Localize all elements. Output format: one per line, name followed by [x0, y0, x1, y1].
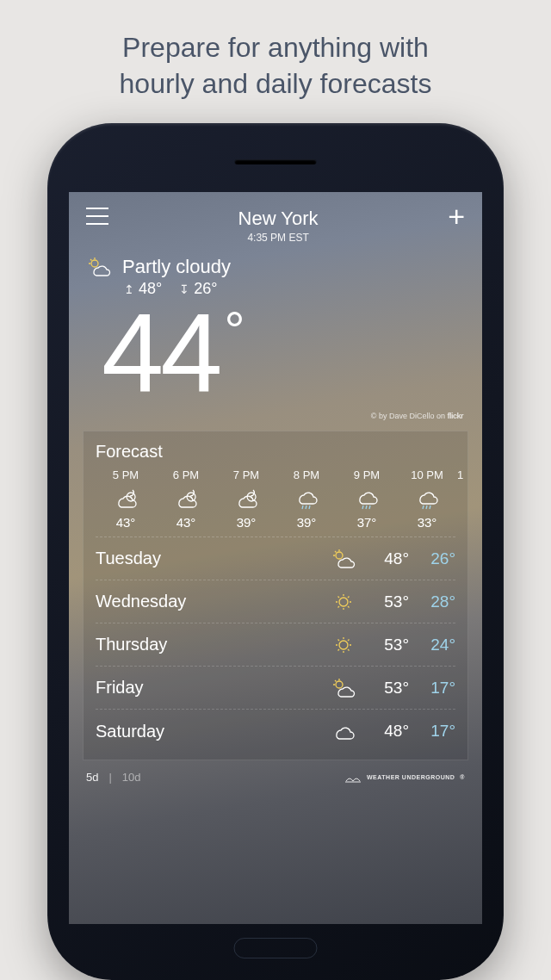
hour-temp: 43°	[96, 515, 156, 530]
current-conditions: Partly cloudy ↥48° ↧26° 44°	[69, 251, 482, 408]
phone-frame: New York 4:35 PM EST + Partly cloudy ↥48…	[47, 123, 504, 980]
hour-slot[interactable]: 1	[457, 468, 476, 530]
partly-sunny-icon	[86, 257, 112, 277]
sunny-icon	[325, 592, 362, 612]
daily-row[interactable]: Wednesday 53° 28°	[96, 580, 455, 623]
hour-temp: 33°	[397, 515, 457, 530]
location-name: New York	[108, 208, 448, 230]
hour-label: 6 PM	[156, 468, 216, 481]
partly-sunny-icon	[325, 549, 362, 569]
daily-row[interactable]: Friday 53° 17°	[96, 667, 455, 710]
photo-credit: © by Dave DiCello on flickr	[69, 408, 482, 427]
headline-line2: hourly and daily forecasts	[120, 68, 432, 99]
hour-temp: 43°	[156, 515, 216, 530]
partly-sunny-icon	[325, 678, 362, 698]
sunny-icon	[325, 635, 362, 655]
range-5d[interactable]: 5d	[86, 771, 98, 784]
hour-label: 1	[457, 468, 476, 481]
day-name: Saturday	[96, 722, 325, 741]
day-high: 53°	[362, 636, 409, 654]
app-screen: New York 4:35 PM EST + Partly cloudy ↥48…	[69, 192, 482, 924]
day-name: Friday	[96, 678, 325, 698]
hour-slot[interactable]: 9 PM 37°	[337, 468, 397, 530]
day-high: 53°	[362, 592, 409, 611]
hour-label: 5 PM	[96, 468, 156, 481]
current-temperature: 44°	[86, 296, 465, 408]
hour-temp: 39°	[276, 515, 337, 530]
hourly-forecast[interactable]: 5 PM 43° 6 PM 43° 7 PM 39° 8 PM 39° 9 PM…	[96, 468, 455, 537]
night-cloud-icon	[156, 486, 216, 512]
flickr-logo: flickr	[447, 412, 463, 420]
provider-badge: WEATHER UNDERGROUND®	[344, 772, 465, 783]
hour-label: 7 PM	[216, 468, 276, 481]
range-10d[interactable]: 10d	[122, 771, 141, 784]
blank-icon	[457, 486, 476, 512]
daily-forecast: Tuesday 48° 26° Wednesday 53° 28° Thursd…	[96, 537, 455, 753]
day-low: 28°	[409, 592, 455, 611]
night-cloud-icon	[96, 486, 156, 512]
hour-label: 8 PM	[276, 468, 337, 481]
hour-temp: 37°	[337, 515, 397, 530]
daily-row[interactable]: Tuesday 48° 26°	[96, 537, 455, 580]
condition-text: Partly cloudy	[122, 256, 231, 278]
daily-row[interactable]: Saturday 48° 17°	[96, 710, 455, 753]
rain-icon	[337, 486, 397, 512]
day-high: 48°	[362, 722, 409, 741]
weather-underground-icon	[344, 772, 362, 783]
hour-slot[interactable]: 10 PM 33°	[397, 468, 457, 530]
promo-headline: Prepare for anything with hourly and dai…	[85, 0, 467, 123]
top-bar: New York 4:35 PM EST +	[69, 192, 482, 251]
day-name: Wednesday	[96, 592, 325, 611]
headline-line1: Prepare for anything with	[122, 32, 429, 63]
night-cloud-icon	[216, 486, 276, 512]
hour-label: 9 PM	[337, 468, 397, 481]
day-low: 17°	[409, 722, 455, 741]
forecast-title: Forecast	[96, 442, 455, 462]
day-low: 17°	[409, 679, 455, 698]
daily-row[interactable]: Thursday 53° 24°	[96, 623, 455, 667]
day-low: 24°	[409, 636, 455, 654]
range-toggle[interactable]: 5d | 10d	[86, 771, 141, 784]
hour-label: 10 PM	[397, 468, 457, 481]
forecast-panel: Forecast 5 PM 43° 6 PM 43° 7 PM 39° 8 PM…	[83, 431, 468, 760]
cloudy-icon	[325, 721, 362, 741]
day-name: Tuesday	[96, 549, 325, 568]
add-location-icon[interactable]: +	[448, 208, 465, 225]
rain-icon	[397, 486, 457, 512]
day-high: 48°	[362, 549, 409, 568]
location-header[interactable]: New York 4:35 PM EST	[108, 208, 448, 244]
hour-slot[interactable]: 6 PM 43°	[156, 468, 216, 530]
forecast-footer: 5d | 10d WEATHER UNDERGROUND®	[69, 760, 482, 784]
day-name: Thursday	[96, 635, 325, 654]
menu-icon[interactable]	[86, 208, 108, 225]
day-low: 26°	[409, 549, 455, 568]
hour-slot[interactable]: 7 PM 39°	[216, 468, 276, 530]
hour-slot[interactable]: 5 PM 43°	[96, 468, 156, 530]
hour-temp: 39°	[216, 515, 276, 530]
hour-slot[interactable]: 8 PM 39°	[276, 468, 337, 530]
rain-icon	[276, 486, 337, 512]
day-high: 53°	[362, 679, 409, 698]
location-time: 4:35 PM EST	[108, 232, 448, 244]
